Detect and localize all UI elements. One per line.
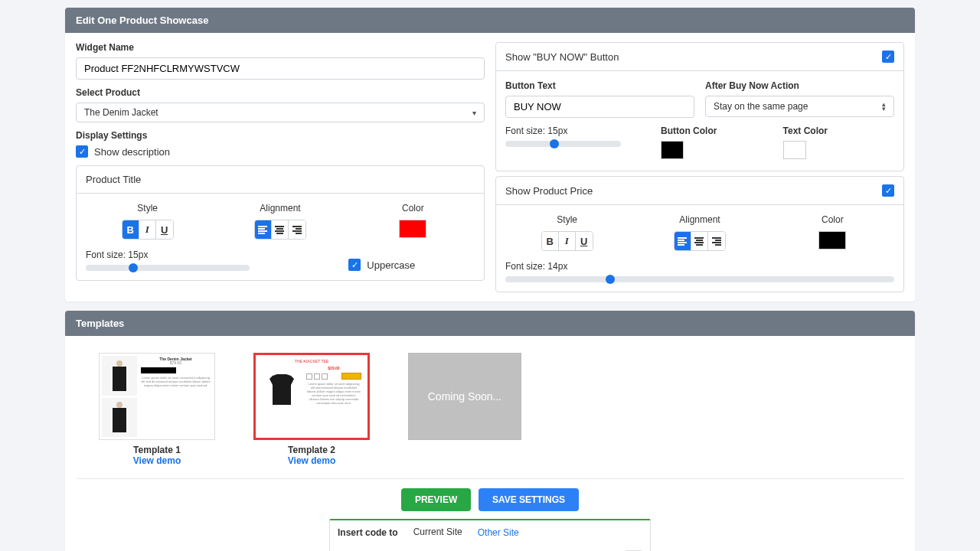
price-toggle[interactable]: ✓ bbox=[882, 184, 894, 197]
price-color-label: Color bbox=[771, 214, 894, 225]
price-style-label: Style bbox=[505, 214, 629, 225]
style-label: Style bbox=[86, 203, 209, 214]
price-align-right-button[interactable] bbox=[708, 232, 725, 250]
text-color-label: Text Color bbox=[783, 126, 894, 136]
title-color-swatch[interactable] bbox=[399, 220, 426, 238]
align-center-button[interactable] bbox=[272, 220, 289, 239]
display-settings-label: Display Settings bbox=[76, 130, 485, 141]
template-1-demo-link[interactable]: View demo bbox=[99, 455, 215, 466]
template-1-thumb[interactable]: The Denim Jacket $79.00 Lorem ipsum dolo… bbox=[99, 353, 215, 440]
svg-rect-3 bbox=[113, 408, 126, 432]
italic-button[interactable]: I bbox=[139, 220, 156, 239]
template-2-name: Template 2 bbox=[253, 445, 370, 455]
price-header: Show Product Price bbox=[505, 185, 593, 197]
price-font-size-slider[interactable] bbox=[505, 276, 894, 282]
uppercase-label: Uppercase bbox=[367, 259, 415, 271]
templates-header: Templates bbox=[65, 311, 915, 336]
widget-name-input[interactable] bbox=[76, 57, 485, 80]
price-bold-button[interactable]: B bbox=[542, 232, 559, 250]
after-action-label: After Buy Now Action bbox=[705, 80, 894, 91]
text-color-swatch[interactable] bbox=[783, 141, 806, 159]
price-underline-button[interactable]: U bbox=[576, 232, 593, 250]
button-text-input[interactable] bbox=[505, 96, 694, 118]
save-settings-button[interactable]: SAVE SETTINGS bbox=[479, 488, 579, 511]
title-font-size-label: Font size: 15px bbox=[86, 249, 338, 260]
after-action-select[interactable]: Stay on the same page ▴▾ bbox=[705, 96, 894, 117]
button-text-label: Button Text bbox=[505, 80, 694, 91]
price-font-size-label: Font size: 14px bbox=[505, 261, 894, 272]
buynow-toggle[interactable]: ✓ bbox=[882, 51, 894, 63]
price-alignment-label: Alignment bbox=[638, 214, 761, 225]
template-1-name: Template 1 bbox=[99, 445, 215, 455]
svg-rect-0 bbox=[116, 360, 122, 367]
buynow-header: Show "BUY NOW" Button bbox=[505, 51, 619, 63]
title-font-size-slider[interactable] bbox=[86, 265, 250, 271]
price-italic-button[interactable]: I bbox=[559, 232, 576, 250]
btn-color-label: Button Color bbox=[661, 126, 772, 136]
edit-panel-header: Edit One Product Showcase bbox=[65, 8, 915, 33]
template-2-demo-link[interactable]: View demo bbox=[253, 455, 370, 466]
select-product-dropdown[interactable]: The Denim Jacket ▾ bbox=[76, 103, 485, 122]
select-product-label: Select Product bbox=[76, 87, 485, 98]
svg-rect-2 bbox=[116, 402, 122, 408]
price-align-center-button[interactable] bbox=[691, 232, 708, 250]
widget-name-label: Widget Name bbox=[76, 42, 485, 53]
btn-color-swatch[interactable] bbox=[661, 141, 684, 159]
alignment-label: Alignment bbox=[218, 203, 341, 214]
preview-button[interactable]: PREVIEW bbox=[401, 488, 471, 511]
caret-down-icon: ▾ bbox=[472, 109, 476, 117]
insert-code-label: Insert code to bbox=[330, 521, 406, 544]
product-title-header: Product Title bbox=[77, 166, 484, 194]
tab-other-site[interactable]: Other Site bbox=[470, 521, 527, 544]
show-description-label: Show description bbox=[94, 146, 170, 158]
template-2-thumb[interactable]: THE #JACKET TEE $29.00 Lorem ipsum dolor… bbox=[253, 353, 370, 440]
tab-current-site[interactable]: Current Site bbox=[406, 520, 470, 544]
align-left-button[interactable] bbox=[255, 220, 272, 239]
align-right-button[interactable] bbox=[289, 220, 305, 239]
buynow-font-size-slider[interactable] bbox=[505, 141, 621, 147]
template-coming-soon: Coming Soon... bbox=[408, 353, 521, 440]
price-color-swatch[interactable] bbox=[818, 231, 846, 249]
show-description-checkbox[interactable]: ✓ bbox=[76, 145, 88, 158]
up-down-icon: ▴▾ bbox=[882, 102, 886, 111]
uppercase-checkbox[interactable]: ✓ bbox=[348, 259, 361, 271]
color-label: Color bbox=[351, 203, 475, 214]
select-product-value: The Denim Jacket bbox=[84, 107, 158, 118]
price-align-left-button[interactable] bbox=[675, 232, 691, 250]
underline-button[interactable]: U bbox=[156, 220, 173, 239]
bold-button[interactable]: B bbox=[122, 220, 139, 239]
buynow-font-size-label: Font size: 15px bbox=[505, 126, 650, 136]
svg-rect-1 bbox=[113, 367, 126, 391]
